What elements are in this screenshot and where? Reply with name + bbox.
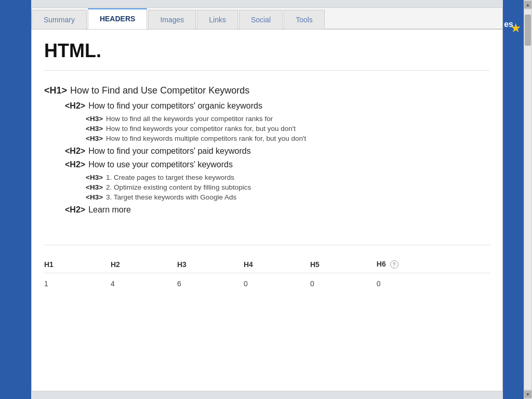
stats-table: H1 H2 H3 H4 H5 H6 ?	[44, 256, 490, 292]
tab-bar: Summary HEADERS Images Links Social Tool…	[32, 8, 502, 30]
h1-item: <H1> How to Find and Use Competitor Keyw…	[44, 85, 490, 96]
blue-left-decoration	[0, 0, 31, 399]
h3-row-2: <H3> How to find keywords your competito…	[86, 125, 490, 132]
h2-row-1: <H2> How to find your competitors' organ…	[65, 101, 490, 111]
h2-tag-label-1: <H2>	[65, 101, 85, 111]
val-h5: 0	[310, 273, 377, 292]
scrollbar-thumb[interactable]	[525, 15, 531, 46]
h3-tag-label-5: <H3>	[86, 183, 103, 191]
tab-tools[interactable]: Tools	[284, 10, 325, 29]
h3-text-1: How to find all the keywords your compet…	[106, 115, 273, 123]
h2-text-2: How to find your competitors' paid keywo…	[88, 147, 251, 156]
h3-row-3: <H3> How to find keywords multiple compe…	[86, 135, 490, 142]
h3-text-3: How to find keywords multiple competitor…	[106, 135, 306, 142]
h2-row-4: <H2> Learn more	[65, 205, 490, 215]
h2-tag-label-2: <H2>	[65, 147, 85, 156]
content-area: HTML. <H1> How to Find and Use Competito…	[32, 30, 502, 390]
h2-tag-label-4: <H2>	[65, 205, 85, 215]
page-title: HTML.	[44, 40, 490, 71]
h6-help-icon[interactable]: ?	[390, 260, 398, 269]
h3-tag-label-6: <H3>	[86, 193, 103, 201]
h1-tag-label: <H1>	[44, 85, 67, 96]
val-h2: 4	[111, 273, 177, 292]
stats-header-row: H1 H2 H3 H4 H5 H6 ?	[44, 256, 490, 273]
col-h3-header: H3	[177, 256, 244, 273]
h3-row-4: <H3> 1. Create pages to target these key…	[86, 174, 490, 181]
h2-text-4: Learn more	[88, 205, 131, 215]
scrollbar-track[interactable]	[524, 9, 531, 390]
val-h3: 6	[177, 273, 244, 292]
col-h2-header: H2	[111, 256, 177, 273]
val-h1: 1	[44, 273, 111, 292]
h3-tag-label-2: <H3>	[86, 125, 103, 132]
h3-row-1: <H3> How to find all the keywords your c…	[86, 115, 490, 123]
h2-group-4: <H2> Learn more	[65, 205, 490, 215]
tab-summary[interactable]: Summary	[32, 10, 87, 29]
h3-tag-label-3: <H3>	[86, 135, 103, 142]
tab-social[interactable]: Social	[239, 10, 283, 29]
h3-group-1: <H3> How to find all the keywords your c…	[86, 115, 490, 142]
star-icon: ★	[510, 21, 522, 35]
blue-right-decoration	[503, 0, 524, 399]
h2-group-2: <H2> How to find your competitors' paid …	[65, 147, 490, 156]
h3-row-6: <H3> 3. Target these keywords with Googl…	[86, 193, 490, 201]
col-h4-header: H4	[244, 256, 310, 273]
h2-row-2: <H2> How to find your competitors' paid …	[65, 147, 490, 156]
scroll-up-arrow[interactable]: ▲	[524, 1, 531, 8]
h2-text-1: How to find your competitors' organic ke…	[88, 101, 262, 111]
h1-text: How to Find and Use Competitor Keywords	[70, 85, 249, 96]
tab-headers[interactable]: HEADERS	[88, 8, 147, 29]
val-h4: 0	[244, 273, 310, 292]
h3-tag-label-4: <H3>	[86, 174, 103, 181]
h3-group-2: <H3> 1. Create pages to target these key…	[86, 174, 490, 201]
stats-section: H1 H2 H3 H4 H5 H6 ?	[44, 245, 490, 292]
tab-links[interactable]: Links	[197, 10, 238, 29]
main-panel: Summary HEADERS Images Links Social Tool…	[31, 7, 503, 392]
scrollbar[interactable]: ▲ ▼	[524, 0, 532, 399]
h3-text-4: 1. Create pages to target these keywords	[106, 174, 234, 181]
col-h6-header: H6 ?	[377, 256, 490, 273]
h3-tag-label-1: <H3>	[86, 115, 103, 123]
tab-images[interactable]: Images	[148, 10, 196, 29]
h2-row-3: <H2> How to use your competitors' keywor…	[65, 160, 490, 169]
header-tree: <H1> How to Find and Use Competitor Keyw…	[44, 80, 490, 229]
h3-text-2: How to find keywords your competitor ran…	[106, 125, 296, 132]
h3-row-5: <H3> 2. Optimize existing content by fil…	[86, 183, 490, 191]
val-h6: 0	[377, 273, 490, 292]
scroll-down-arrow[interactable]: ▼	[524, 391, 531, 398]
h2-group-3: <H2> How to use your competitors' keywor…	[65, 160, 490, 201]
stats-value-row: 1 4 6 0 0 0	[44, 273, 490, 292]
h2-group-1: <H2> How to find your competitors' organ…	[65, 101, 490, 142]
h3-text-6: 3. Target these keywords with Google Ads	[106, 193, 236, 201]
h2-text-3: How to use your competitors' keywords	[88, 160, 233, 169]
h3-text-5: 2. Optimize existing content by filling …	[106, 183, 251, 191]
col-h5-header: H5	[310, 256, 377, 273]
col-h1-header: H1	[44, 256, 111, 273]
h2-tag-label-3: <H2>	[65, 160, 85, 169]
